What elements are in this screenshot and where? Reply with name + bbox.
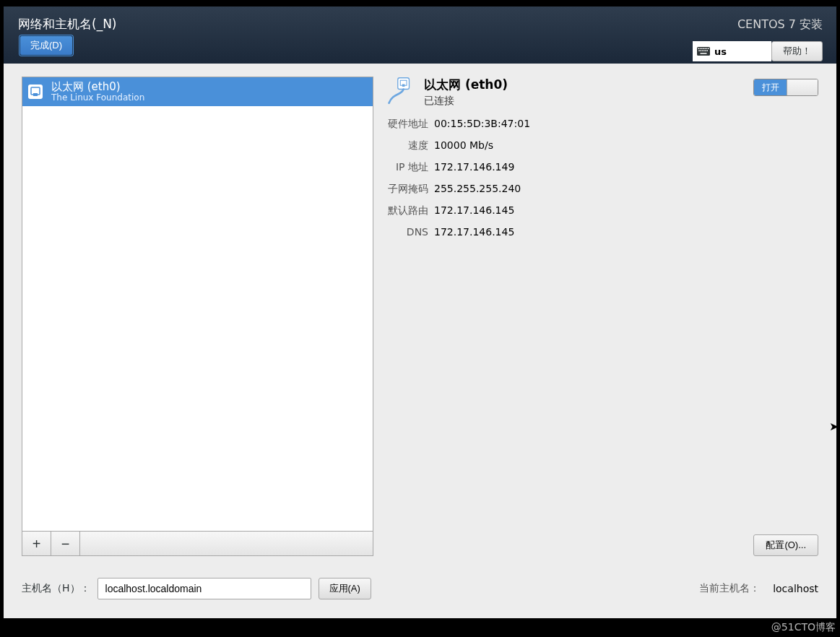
svg-rect-6 bbox=[706, 48, 708, 50]
connection-toggle[interactable]: 打开 bbox=[753, 79, 818, 96]
svg-rect-13 bbox=[707, 51, 709, 52]
keyboard-layout-selector[interactable]: us bbox=[693, 41, 771, 61]
current-hostname-label: 当前主机名： bbox=[699, 582, 760, 595]
detail-value-subnet: 255.255.255.240 bbox=[434, 183, 818, 196]
svg-rect-8 bbox=[698, 51, 700, 52]
interface-name: 以太网 (eth0) bbox=[51, 81, 144, 93]
remove-interface-button[interactable]: − bbox=[51, 532, 80, 555]
hostname-label: 主机名（H）： bbox=[22, 578, 90, 595]
interface-labels: 以太网 (eth0) The Linux Foundation bbox=[51, 81, 144, 103]
svg-rect-9 bbox=[701, 51, 702, 52]
detail-title: 以太网 (eth0) bbox=[424, 77, 508, 93]
hostname-input[interactable] bbox=[98, 578, 311, 599]
detail-value-mac: 00:15:5D:3B:47:01 bbox=[434, 118, 818, 131]
network-config-window: 网络和主机名(_N) 完成(D) CENTOS 7 安装 us 帮助！ bbox=[4, 6, 836, 618]
detail-key: 硬件地址 bbox=[386, 118, 428, 131]
detail-value-speed: 10000 Mb/s bbox=[434, 139, 818, 152]
detail-key: 速度 bbox=[386, 139, 428, 152]
keyboard-layout-label: us bbox=[714, 46, 727, 57]
detail-value-ip: 172.17.146.149 bbox=[434, 161, 818, 174]
help-button[interactable]: 帮助！ bbox=[771, 41, 823, 61]
add-interface-button[interactable]: + bbox=[22, 532, 51, 555]
interface-list[interactable]: 以太网 (eth0) The Linux Foundation bbox=[22, 77, 373, 532]
svg-rect-1 bbox=[698, 48, 700, 50]
svg-rect-2 bbox=[700, 48, 701, 50]
svg-rect-5 bbox=[705, 48, 706, 50]
svg-rect-10 bbox=[702, 51, 703, 52]
interface-list-pane: 以太网 (eth0) The Linux Foundation + − bbox=[22, 77, 373, 556]
ethernet-icon bbox=[27, 83, 44, 100]
add-remove-toolbar: + − bbox=[22, 532, 373, 556]
current-hostname-value: localhost bbox=[773, 583, 818, 594]
svg-rect-3 bbox=[701, 48, 703, 50]
page-title: 网络和主机名(_N) bbox=[18, 16, 116, 32]
svg-rect-4 bbox=[703, 48, 704, 50]
hostname-footer: 主机名（H）： 应用(A) 当前主机名： localhost bbox=[4, 556, 836, 618]
installer-name: CENTOS 7 安装 bbox=[737, 17, 823, 32]
header-bar: 网络和主机名(_N) 完成(D) CENTOS 7 安装 us 帮助！ bbox=[4, 6, 836, 64]
apply-hostname-button[interactable]: 应用(A) bbox=[319, 578, 371, 599]
svg-rect-11 bbox=[703, 51, 705, 52]
interface-detail-pane: 以太网 (eth0) 已连接 打开 硬件地址 00:15:5D:3B:47:01… bbox=[386, 77, 818, 556]
detail-grid: 硬件地址 00:15:5D:3B:47:01 速度 10000 Mb/s IP … bbox=[386, 118, 818, 238]
svg-rect-7 bbox=[708, 48, 709, 50]
watermark: @51CTO博客 bbox=[771, 621, 836, 634]
svg-rect-15 bbox=[28, 84, 43, 99]
detail-key: 子网掩码 bbox=[386, 183, 428, 196]
toggle-on-label: 打开 bbox=[754, 79, 787, 95]
detail-key: DNS bbox=[386, 226, 428, 238]
interface-subtitle: The Linux Foundation bbox=[51, 93, 144, 103]
keyboard-icon bbox=[697, 46, 710, 56]
done-button[interactable]: 完成(D) bbox=[20, 35, 73, 56]
detail-value-gateway: 172.17.146.145 bbox=[434, 204, 818, 217]
detail-value-dns: 172.17.146.145 bbox=[434, 226, 818, 238]
detail-key: 默认路由 bbox=[386, 204, 428, 217]
svg-rect-14 bbox=[701, 53, 707, 54]
configure-button[interactable]: 配置(O)... bbox=[753, 534, 818, 556]
svg-rect-20 bbox=[402, 84, 405, 87]
content-area: 以太网 (eth0) The Linux Foundation + − bbox=[4, 64, 836, 556]
toggle-knob bbox=[787, 79, 818, 95]
lang-help-row: us 帮助！ bbox=[693, 41, 823, 61]
svg-rect-12 bbox=[705, 51, 706, 52]
svg-rect-18 bbox=[398, 78, 410, 90]
interface-list-item[interactable]: 以太网 (eth0) The Linux Foundation bbox=[22, 77, 373, 106]
detail-key: IP 地址 bbox=[386, 161, 428, 174]
detail-status: 已连接 bbox=[424, 95, 508, 108]
svg-rect-17 bbox=[33, 93, 38, 96]
ethernet-cable-icon bbox=[386, 77, 417, 107]
